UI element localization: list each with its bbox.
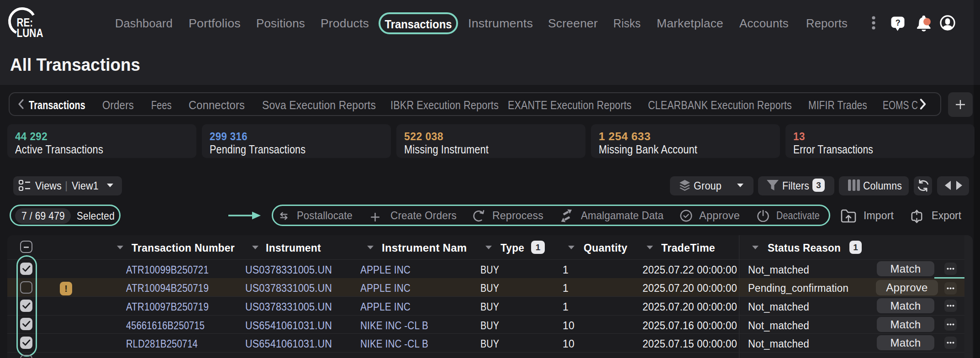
svg-text:LUNA: LUNA: [17, 26, 43, 39]
svg-text:?: ?: [896, 18, 901, 27]
